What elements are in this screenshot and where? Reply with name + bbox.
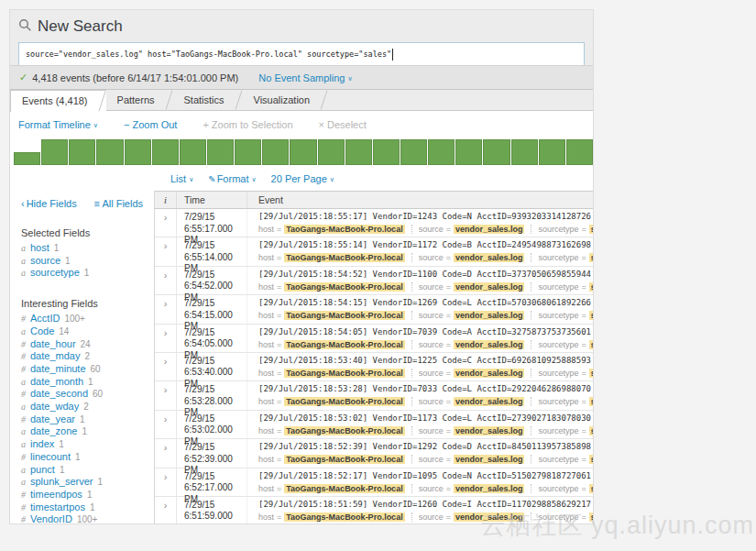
field-name-link[interactable]: date_wday	[30, 401, 79, 413]
source-field-value[interactable]: vendor_sales.log	[454, 311, 525, 320]
host-field-value[interactable]: TaoGangs-MacBook-Pro.local	[284, 311, 404, 320]
host-field-value[interactable]: TaoGangs-MacBook-Pro.local	[284, 253, 404, 262]
timeline-bar[interactable]	[483, 139, 509, 165]
event-sampling-dropdown[interactable]: No Event Sampling∨	[258, 72, 352, 83]
field-name-link[interactable]: index	[30, 438, 54, 451]
field-name-link[interactable]: host	[30, 242, 49, 255]
field-list-item[interactable]: a source 1	[21, 255, 143, 268]
source-field-value[interactable]: vendor_sales.log	[454, 369, 525, 378]
timeline-bar[interactable]	[69, 139, 95, 165]
tab-statistics[interactable]: Statistics	[173, 90, 243, 110]
timeline-bar[interactable]	[207, 139, 234, 165]
sourcetype-field-value[interactable]: sales	[589, 397, 593, 406]
source-field-value[interactable]: vendor_sales.log	[454, 225, 525, 234]
host-field-value[interactable]: TaoGangs-MacBook-Pro.local	[284, 282, 404, 292]
timeline-bar[interactable]	[428, 139, 455, 165]
sourcetype-field-value[interactable]: sales	[589, 282, 593, 292]
field-list-item[interactable]: a date_zone 1	[21, 425, 143, 438]
field-list-item[interactable]: a splunk_server 1	[21, 476, 143, 489]
timeline-bar[interactable]	[262, 139, 289, 165]
host-field-value[interactable]: TaoGangs-MacBook-Pro.local	[284, 369, 404, 378]
timeline-bar[interactable]	[14, 152, 40, 165]
field-name-link[interactable]: date_hour	[30, 338, 76, 351]
tab-patterns[interactable]: Patterns	[106, 90, 173, 110]
field-list-item[interactable]: a host 1	[21, 242, 143, 255]
timeline-bar[interactable]	[235, 139, 261, 165]
sourcetype-field-value[interactable]: sales	[589, 484, 593, 493]
timeline-bar[interactable]	[96, 139, 123, 165]
field-name-link[interactable]: date_year	[30, 413, 75, 426]
field-list-item[interactable]: a sourcetype 1	[21, 267, 143, 280]
field-name-link[interactable]: sourcetype	[30, 267, 80, 280]
events-timeline-histogram[interactable]	[14, 139, 593, 165]
expand-event-arrow[interactable]: ›	[155, 468, 177, 496]
expand-event-arrow[interactable]: ›	[155, 497, 177, 523]
field-list-item[interactable]: # timeendpos 1	[21, 489, 143, 501]
field-list-item[interactable]: # timestartpos 1	[21, 501, 143, 514]
timeline-bar[interactable]	[455, 139, 482, 165]
timeline-bar[interactable]	[345, 139, 372, 165]
field-list-item[interactable]: # date_mday 2	[21, 350, 143, 363]
source-field-value[interactable]: vendor_sales.log	[454, 455, 525, 464]
field-name-link[interactable]: source	[30, 255, 60, 268]
timeline-bar[interactable]	[290, 139, 316, 165]
field-name-link[interactable]: splunk_server	[30, 476, 93, 489]
timeline-bar[interactable]	[152, 139, 179, 165]
field-name-link[interactable]: timestartpos	[30, 501, 85, 514]
host-field-value[interactable]: TaoGangs-MacBook-Pro.local	[284, 512, 404, 522]
expand-event-arrow[interactable]: ›	[155, 381, 177, 409]
field-list-item[interactable]: a punct 1	[21, 464, 143, 477]
field-list-item[interactable]: # VendorID 100+	[21, 513, 143, 523]
search-input[interactable]: source="vendor_sales.log" host="TaoGangs…	[18, 42, 585, 68]
field-list-item[interactable]: a index 1	[21, 438, 143, 451]
host-field-value[interactable]: TaoGangs-MacBook-Pro.local	[284, 426, 404, 435]
timeline-bar[interactable]	[566, 139, 593, 165]
timeline-bar[interactable]	[539, 139, 565, 165]
field-list-item[interactable]: # linecount 1	[21, 451, 143, 464]
sourcetype-field-value[interactable]: sales	[589, 369, 593, 378]
host-field-value[interactable]: TaoGangs-MacBook-Pro.local	[284, 455, 404, 464]
sourcetype-field-value[interactable]: sales	[589, 455, 593, 464]
source-field-value[interactable]: vendor_sales.log	[454, 340, 525, 349]
source-field-value[interactable]: vendor_sales.log	[454, 426, 525, 435]
field-list-item[interactable]: a Code 14	[21, 325, 143, 338]
expand-event-arrow[interactable]: ›	[155, 295, 177, 323]
expand-event-arrow[interactable]: ›	[155, 439, 177, 467]
field-list-item[interactable]: a date_month 1	[21, 376, 143, 389]
field-name-link[interactable]: date_month	[30, 376, 83, 389]
field-name-link[interactable]: date_zone	[30, 425, 77, 438]
list-view-dropdown[interactable]: List∨	[170, 173, 193, 184]
host-field-value[interactable]: TaoGangs-MacBook-Pro.local	[284, 484, 404, 493]
source-field-value[interactable]: vendor_sales.log	[454, 397, 525, 406]
field-name-link[interactable]: punct	[30, 464, 55, 477]
tab-visualization[interactable]: Visualization	[243, 90, 329, 110]
per-page-dropdown[interactable]: 20 Per Page∨	[271, 173, 334, 184]
sourcetype-field-value[interactable]: sales	[589, 225, 593, 234]
field-name-link[interactable]: date_mday	[30, 350, 80, 363]
timeline-bar[interactable]	[511, 139, 538, 165]
expand-event-arrow[interactable]: ›	[155, 411, 177, 438]
host-field-value[interactable]: TaoGangs-MacBook-Pro.local	[284, 340, 404, 349]
field-name-link[interactable]: date_second	[30, 388, 88, 401]
timeline-bar[interactable]	[400, 139, 427, 165]
source-field-value[interactable]: vendor_sales.log	[454, 484, 525, 493]
expand-event-arrow[interactable]: ›	[155, 353, 177, 380]
format-dropdown[interactable]: ✎Format∨	[208, 173, 256, 184]
expand-event-arrow[interactable]: ›	[155, 209, 177, 237]
zoom-out-button[interactable]: − Zoom Out	[124, 119, 177, 130]
timeline-bar[interactable]	[318, 139, 345, 165]
hide-fields-button[interactable]: ‹Hide Fields	[21, 198, 77, 209]
field-list-item[interactable]: # date_year 1	[21, 413, 143, 426]
sourcetype-field-value[interactable]: sales	[589, 253, 593, 262]
field-name-link[interactable]: VendorID	[30, 513, 72, 523]
sourcetype-field-value[interactable]: sales	[589, 426, 593, 435]
field-name-link[interactable]: linecount	[30, 451, 71, 464]
host-field-value[interactable]: TaoGangs-MacBook-Pro.local	[284, 225, 404, 234]
field-list-item[interactable]: # date_hour 24	[21, 338, 143, 351]
expand-event-arrow[interactable]: ›	[155, 267, 177, 294]
all-fields-button[interactable]: ≡ All Fields	[94, 198, 144, 209]
format-timeline-dropdown[interactable]: Format Timeline∨	[18, 119, 98, 130]
sourcetype-field-value[interactable]: sales	[589, 311, 593, 320]
field-list-item[interactable]: a date_wday 2	[21, 401, 143, 413]
tab-events[interactable]: Events (4,418)	[10, 90, 106, 112]
